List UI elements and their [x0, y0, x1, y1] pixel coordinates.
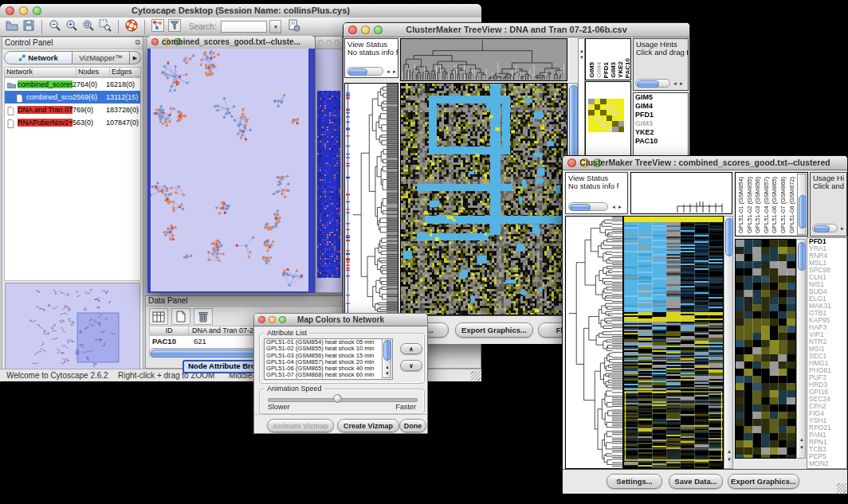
tv2-column-label[interactable]: GPL51-04 (GSM857): [763, 177, 770, 233]
tv1-row-label[interactable]: PFD1: [634, 111, 688, 119]
tv1-row-dendrogram[interactable]: [344, 83, 398, 315]
tv2-hints-hscrollbar[interactable]: [812, 224, 838, 232]
matrix-cell[interactable]: [607, 104, 613, 110]
tv2-status-hscrollbar[interactable]: [568, 202, 608, 211]
move-up-button[interactable]: ∧: [400, 343, 422, 354]
tv2-zoom-heatmap[interactable]: [735, 239, 796, 459]
tv2-global-heatmap[interactable]: [623, 216, 724, 469]
matrix-cell[interactable]: [612, 121, 618, 127]
attribute-vscroll-thumb[interactable]: [383, 340, 391, 361]
resize-grip[interactable]: [471, 371, 481, 381]
network-list-row[interactable]: combined_scores_2764(0)16218(0): [5, 78, 140, 91]
column-header-nodes[interactable]: Nodes: [76, 67, 109, 77]
speed-slider-thumb[interactable]: [333, 394, 342, 403]
matrix-cell[interactable]: [595, 110, 601, 115]
filter-icon[interactable]: [167, 18, 182, 36]
search-input[interactable]: [221, 21, 267, 33]
matrix-cell[interactable]: [618, 104, 625, 110]
tv2-column-label[interactable]: GPL51-08 (GSM872): [788, 177, 795, 233]
tv2-zoom-vscrollbar[interactable]: ▲ ▼: [796, 239, 806, 459]
scroll-left-icon[interactable]: ◄: [673, 81, 677, 86]
tv1-column-label[interactable]: GIM4: [595, 62, 603, 78]
tv2-heatmap-vscroll-thumb[interactable]: [725, 218, 733, 256]
help-lifering-icon[interactable]: [124, 18, 139, 36]
scroll-left-icon[interactable]: ◄: [611, 205, 616, 209]
matrix-cell[interactable]: [600, 121, 607, 127]
attribute-list-item[interactable]: GPL51-07 (GSM868) heat shock 60 min: [265, 372, 392, 378]
matrix-cell[interactable]: [588, 127, 595, 132]
scroll-up-icon[interactable]: ▲: [385, 365, 390, 369]
tab-overflow-button[interactable]: ▶: [130, 51, 141, 64]
matrix-cell[interactable]: [618, 110, 625, 115]
dialog-titlebar[interactable]: Map Colors to Network: [254, 314, 427, 326]
tv1-row-label[interactable]: GIM3: [634, 119, 688, 128]
open-file-icon[interactable]: [5, 18, 19, 36]
network-list-row[interactable]: RNAPuberNov2+563(0)107847(0): [5, 116, 140, 129]
network-list-row[interactable]: DNA and Tran 07769(0)183728(0): [5, 104, 140, 116]
new-attribute-icon[interactable]: [171, 308, 190, 325]
tv1-status-hscrollbar[interactable]: [347, 67, 383, 76]
inactive-close-button[interactable]: [318, 40, 324, 45]
matrix-cell[interactable]: [612, 127, 618, 132]
matrix-cell[interactable]: [618, 115, 625, 121]
tv2-button[interactable]: Export Graphics...: [728, 474, 799, 489]
tv1-global-heatmap[interactable]: [400, 83, 567, 315]
tv1-column-label[interactable]: YKE2: [617, 61, 624, 78]
scroll-right-icon[interactable]: ►: [392, 69, 397, 74]
treeview2-titlebar[interactable]: ClusterMaker TreeView : combined_scores_…: [563, 156, 847, 170]
scroll-down-icon[interactable]: ▼: [799, 445, 804, 450]
matrix-cell[interactable]: [612, 110, 618, 115]
network-overview-panel[interactable]: [5, 283, 140, 369]
matrix-cell[interactable]: [595, 127, 601, 132]
tv1-status-hscroll-thumb[interactable]: [348, 68, 367, 76]
matrix-cell[interactable]: [588, 110, 595, 115]
tab-vizmapper[interactable]: VizMapper™: [73, 51, 130, 64]
scroll-down-icon[interactable]: ▼: [385, 371, 390, 376]
tv1-row-label[interactable]: YKE2: [634, 128, 688, 137]
save-icon[interactable]: [22, 18, 36, 36]
matrix-cell[interactable]: [588, 115, 595, 121]
inactive-zoom-button[interactable]: [334, 40, 340, 45]
tv2-zoom-vscroll-thumb[interactable]: [798, 242, 806, 271]
tv1-zoom-heatmap[interactable]: [588, 99, 624, 132]
scroll-up-icon[interactable]: ▲: [799, 437, 804, 442]
scroll-left-icon[interactable]: ◄: [386, 69, 391, 74]
tv2-column-label[interactable]: GPL51-02 (GSM855): [746, 177, 753, 233]
tv2-collabel-vscrollbar[interactable]: [797, 174, 807, 235]
main-titlebar[interactable]: Cytoscape Desktop (Session Name: collins…: [0, 4, 481, 18]
scroll-down-icon[interactable]: ▼: [727, 457, 732, 462]
data-column-id[interactable]: ID: [149, 326, 189, 335]
tv2-heatmap-vscrollbar[interactable]: ▲ ▼: [724, 216, 733, 469]
speed-slider-track[interactable]: [268, 398, 418, 402]
float-panel-icon[interactable]: ⧉: [135, 38, 140, 47]
delete-attribute-trash-icon[interactable]: [194, 308, 213, 325]
matrix-cell[interactable]: [600, 99, 607, 104]
treeview1-titlebar[interactable]: ClusterMaker TreeView : DNA and Tran 07-…: [344, 23, 689, 37]
matrix-cell[interactable]: [618, 121, 625, 127]
matrix-cell[interactable]: [595, 104, 601, 110]
tv1-row-label[interactable]: PAC10: [634, 137, 688, 146]
matrix-cell[interactable]: [607, 127, 613, 132]
matrix-cell[interactable]: [600, 104, 607, 110]
matrix-cell[interactable]: [607, 110, 613, 115]
zoom-fit-icon[interactable]: [81, 18, 96, 36]
tv2-status-hscroll-thumb[interactable]: [570, 204, 591, 211]
tv1-column-label[interactable]: PFD1: [603, 62, 610, 78]
tv1-column-label[interactable]: PAC10: [624, 58, 631, 78]
tv2-column-label[interactable]: GPL51-03 (GSM856): [754, 177, 761, 233]
matrix-cell[interactable]: [612, 99, 618, 104]
matrix-cell[interactable]: [618, 99, 625, 104]
tv1-column-label[interactable]: GIM5: [588, 62, 595, 78]
dense-network-canvas[interactable]: [317, 91, 340, 278]
tv1-hints-hscroll-thumb[interactable]: [637, 80, 659, 88]
matrix-cell[interactable]: [607, 99, 613, 104]
tv2-collabel-vscroll-thumb[interactable]: [799, 195, 807, 229]
matrix-cell[interactable]: [618, 127, 625, 132]
tv1-hints-hscrollbar[interactable]: [635, 79, 670, 88]
tv1-column-label[interactable]: GIM3: [610, 62, 617, 78]
tv2-button[interactable]: Save Data...: [669, 474, 723, 489]
matrix-cell[interactable]: [588, 99, 595, 104]
dialog-button-done[interactable]: Done: [399, 419, 426, 432]
tab-network[interactable]: Network: [4, 51, 73, 64]
tv1-button[interactable]: Export Graphics...: [455, 322, 533, 338]
